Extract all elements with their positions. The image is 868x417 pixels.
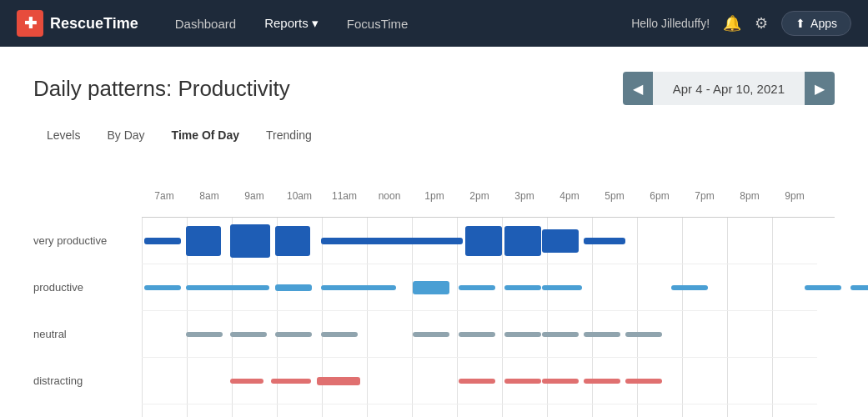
chart-rows: very productiveproductiveneutraldistract… xyxy=(142,217,835,417)
segment-1-9 xyxy=(805,285,841,290)
chart-row-2: neutral xyxy=(142,311,817,358)
page-title: Daily patterns: Productivity xyxy=(33,76,290,102)
row-segments-2 xyxy=(142,311,817,358)
segment-0-0 xyxy=(144,238,181,244)
segment-0-2 xyxy=(230,224,270,258)
segment-1-5 xyxy=(459,285,495,290)
time-label-2pm: 2pm xyxy=(469,190,489,202)
segment-2-3 xyxy=(321,332,358,337)
time-label-6pm: 6pm xyxy=(650,190,669,202)
nav-dashboard[interactable]: Dashboard xyxy=(163,10,248,38)
segment-2-4 xyxy=(413,332,449,337)
row-label-1: productive xyxy=(33,281,83,294)
main-content: Daily patterns: Productivity ◀ Apr 4 - A… xyxy=(0,47,868,417)
row-label-2: neutral xyxy=(33,328,67,340)
navbar: ✚ RescueTime Dashboard Reports ▾ FocusTi… xyxy=(0,0,868,47)
nav-hello-text: Hello Jilleduffy! xyxy=(631,17,710,30)
header-row: Daily patterns: Productivity ◀ Apr 4 - A… xyxy=(33,72,835,105)
nav-right: Hello Jilleduffy! 🔔 ⚙ ⬆ Apps xyxy=(631,11,851,36)
segment-1-2 xyxy=(275,284,312,291)
chart-row-4: very distracting xyxy=(142,404,817,417)
apps-button[interactable]: ⬆ Apps xyxy=(781,11,851,36)
logo-icon: ✚ xyxy=(17,10,43,37)
segment-2-8 xyxy=(584,332,620,337)
upload-icon: ⬆ xyxy=(795,17,805,30)
nav-links: Dashboard Reports ▾ FocusTime xyxy=(163,9,631,38)
nav-reports[interactable]: Reports ▾ xyxy=(253,9,330,38)
chart-row-1: productive xyxy=(142,264,817,311)
segment-1-1 xyxy=(186,285,269,290)
time-label-1pm: 1pm xyxy=(424,190,444,202)
segment-3-7 xyxy=(625,379,662,384)
segment-1-0 xyxy=(144,285,181,290)
row-segments-1 xyxy=(142,264,817,311)
segment-0-5 xyxy=(465,226,502,256)
segment-3-1 xyxy=(271,379,311,384)
segment-1-7 xyxy=(542,285,582,290)
segment-1-4 xyxy=(413,281,449,294)
segment-3-2 xyxy=(317,377,360,385)
segment-1-3 xyxy=(321,285,396,290)
time-label-noon: noon xyxy=(379,190,401,202)
time-label-9am: 9am xyxy=(244,190,263,202)
segment-3-5 xyxy=(542,379,579,384)
time-label-7pm: 7pm xyxy=(695,190,714,202)
logo: ✚ RescueTime xyxy=(17,10,138,37)
tabs-bar: Levels By Day Time Of Day Trending xyxy=(33,122,835,148)
bell-icon[interactable]: 🔔 xyxy=(723,14,741,33)
time-label-8am: 8am xyxy=(199,190,218,202)
segment-3-6 xyxy=(584,379,620,384)
segment-3-0 xyxy=(230,379,263,384)
segment-1-10 xyxy=(850,285,868,290)
row-segments-4 xyxy=(142,404,817,418)
row-segments-3 xyxy=(142,358,817,404)
segment-0-7 xyxy=(542,229,579,253)
segment-2-1 xyxy=(230,332,267,337)
segment-0-3 xyxy=(275,226,310,256)
tab-timeofday[interactable]: Time Of Day xyxy=(158,122,253,148)
segment-0-4 xyxy=(321,238,463,244)
time-label-8pm: 8pm xyxy=(740,190,759,202)
nav-focustime[interactable]: FocusTime xyxy=(335,10,420,38)
segment-1-8 xyxy=(671,285,708,290)
row-label-3: distracting xyxy=(33,374,83,387)
time-label-10am: 10am xyxy=(287,190,312,202)
chart-row-3: distracting xyxy=(142,358,817,404)
segment-0-8 xyxy=(584,238,625,244)
prev-date-button[interactable]: ◀ xyxy=(623,72,653,105)
segment-0-6 xyxy=(504,226,541,256)
segment-2-9 xyxy=(625,332,662,337)
segment-3-4 xyxy=(504,379,541,384)
next-date-button[interactable]: ▶ xyxy=(805,72,835,105)
tab-levels[interactable]: Levels xyxy=(33,122,93,148)
segment-0-1 xyxy=(186,226,221,256)
segment-2-2 xyxy=(275,332,312,337)
row-segments-0 xyxy=(142,218,817,264)
date-navigator: ◀ Apr 4 - Apr 10, 2021 ▶ xyxy=(623,72,835,105)
segment-2-5 xyxy=(459,332,495,337)
time-label-4pm: 4pm xyxy=(559,190,579,202)
time-label-3pm: 3pm xyxy=(514,190,534,202)
chart-container: 7am8am9am10am11amnoon1pm2pm3pm4pm5pm6pm7… xyxy=(33,173,835,417)
settings-icon[interactable]: ⚙ xyxy=(755,14,768,33)
chart-row-0: very productive xyxy=(142,218,817,264)
logo-text: RescueTime xyxy=(50,15,138,33)
date-range-label: Apr 4 - Apr 10, 2021 xyxy=(653,72,805,105)
row-label-0: very productive xyxy=(33,234,107,247)
segment-3-3 xyxy=(459,379,495,384)
time-label-5pm: 5pm xyxy=(605,190,624,202)
tab-byday[interactable]: By Day xyxy=(93,122,158,148)
tab-trending[interactable]: Trending xyxy=(253,122,325,148)
time-label-11am: 11am xyxy=(332,190,357,202)
time-axis: 7am8am9am10am11amnoon1pm2pm3pm4pm5pm6pm7… xyxy=(142,190,835,210)
segment-2-0 xyxy=(186,332,223,337)
segment-1-6 xyxy=(504,285,541,290)
apps-label: Apps xyxy=(810,17,837,30)
time-label-7am: 7am xyxy=(154,190,173,202)
segment-2-6 xyxy=(504,332,541,337)
segment-2-7 xyxy=(542,332,579,337)
time-label-9pm: 9pm xyxy=(785,190,804,202)
